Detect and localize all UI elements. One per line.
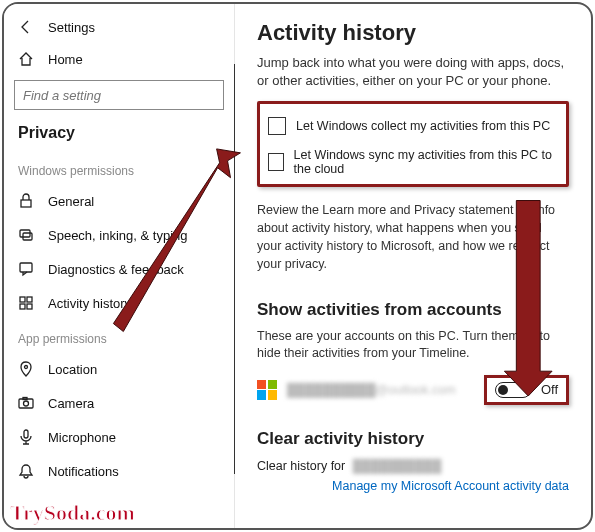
- sidebar-item-label: General: [48, 194, 220, 209]
- svg-rect-13: [24, 430, 28, 438]
- sidebar-item-notifications[interactable]: Notifications: [4, 454, 234, 488]
- home-row[interactable]: Home: [4, 42, 234, 76]
- account-email: ██████████@outlook.com: [287, 383, 474, 397]
- settings-sidebar: Settings Home Privacy Windows permission…: [4, 4, 234, 528]
- checkbox-sync-activities[interactable]: Let Windows sync my activities from this…: [268, 144, 558, 180]
- group-windows-permissions: Windows permissions: [4, 152, 234, 184]
- toggle-label: Off: [541, 382, 558, 397]
- sidebar-item-label: Location: [48, 362, 220, 377]
- svg-rect-4: [20, 263, 32, 272]
- clear-account: ██████████: [353, 459, 442, 473]
- sidebar-item-activity-history[interactable]: Activity history: [4, 286, 234, 320]
- sidebar-item-general[interactable]: General: [4, 184, 234, 218]
- sidebar-item-location[interactable]: Location: [4, 352, 234, 386]
- group-app-permissions: App permissions: [4, 320, 234, 352]
- section-title: Privacy: [4, 120, 234, 152]
- svg-rect-1: [21, 200, 31, 207]
- sidebar-item-label: Microphone: [48, 430, 220, 445]
- intro-text: Jump back into what you were doing with …: [257, 54, 569, 89]
- sidebar-item-label: Diagnostics & feedback: [48, 262, 220, 277]
- search-input[interactable]: [23, 88, 215, 103]
- microsoft-logo-icon: [257, 380, 277, 400]
- sidebar-item-diagnostics[interactable]: Diagnostics & feedback: [4, 252, 234, 286]
- camera-icon: [18, 395, 34, 411]
- account-row: ██████████@outlook.com Off: [257, 375, 569, 405]
- sidebar-item-label: Speech, inking, & typing: [48, 228, 220, 243]
- sidebar-item-label: Camera: [48, 396, 220, 411]
- svg-rect-8: [27, 304, 32, 309]
- lock-icon: [18, 193, 34, 209]
- account-toggle[interactable]: [495, 382, 531, 398]
- annotation-box-toggle: Off: [484, 375, 569, 405]
- speech-icon: [18, 227, 34, 243]
- content-pane: Activity history Jump back into what you…: [235, 4, 591, 528]
- clear-prefix: Clear history for: [257, 459, 345, 473]
- clear-history-line: Clear history for ██████████: [257, 459, 569, 473]
- home-icon: [18, 51, 34, 67]
- svg-rect-7: [20, 304, 25, 309]
- accounts-subtext: These are your accounts on this PC. Turn…: [257, 328, 569, 363]
- location-icon: [18, 361, 34, 377]
- sidebar-item-microphone[interactable]: Microphone: [4, 420, 234, 454]
- clear-heading: Clear activity history: [257, 429, 569, 449]
- checkbox-collect-activities[interactable]: Let Windows collect my activities from t…: [268, 108, 558, 144]
- sidebar-item-label: Notifications: [48, 464, 220, 479]
- checkbox-label: Let Windows collect my activities from t…: [296, 119, 550, 133]
- checkbox-icon[interactable]: [268, 153, 284, 171]
- checkbox-label: Let Windows sync my activities from this…: [294, 148, 558, 176]
- feedback-icon: [18, 261, 34, 277]
- sidebar-item-speech[interactable]: Speech, inking, & typing: [4, 218, 234, 252]
- back-icon: [18, 19, 34, 35]
- back-row[interactable]: Settings: [4, 12, 234, 42]
- svg-rect-6: [27, 297, 32, 302]
- annotation-box-checkboxes: Let Windows collect my activities from t…: [257, 101, 569, 187]
- accounts-heading: Show activities from accounts: [257, 300, 569, 320]
- review-text: Review the Learn more and Privacy statem…: [257, 201, 569, 274]
- window-title: Settings: [48, 20, 95, 35]
- page-title: Activity history: [257, 20, 569, 46]
- home-label: Home: [48, 52, 220, 67]
- history-icon: [18, 295, 34, 311]
- mic-icon: [18, 429, 34, 445]
- checkbox-icon[interactable]: [268, 117, 286, 135]
- sidebar-item-camera[interactable]: Camera: [4, 386, 234, 420]
- manage-account-link[interactable]: Manage my Microsoft Account activity dat…: [257, 479, 569, 493]
- svg-point-11: [24, 401, 29, 406]
- notif-icon: [18, 463, 34, 479]
- sidebar-item-label: Activity history: [48, 296, 220, 311]
- svg-rect-5: [20, 297, 25, 302]
- svg-point-9: [25, 366, 28, 369]
- search-field[interactable]: [14, 80, 224, 110]
